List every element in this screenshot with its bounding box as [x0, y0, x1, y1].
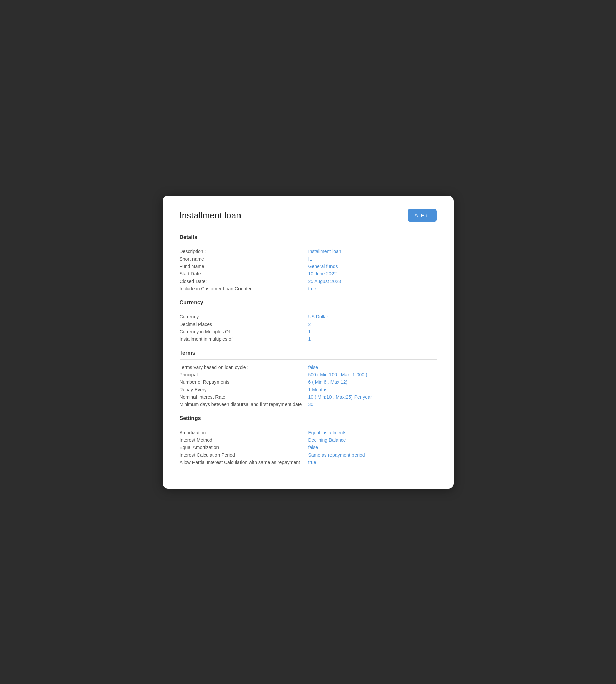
main-card: Installment loan ✎ Edit Details Descript… — [163, 196, 454, 489]
settings-divider — [180, 425, 437, 425]
detail-value: 6 ( Min:6 , Max:12) — [308, 379, 437, 385]
detail-label: Interest Calculation Period — [180, 452, 308, 457]
detail-label: Start Date: — [180, 271, 308, 277]
list-item: Minimum days between disbursal and first… — [180, 402, 437, 407]
detail-label: Amortization — [180, 430, 308, 435]
detail-label: Minimum days between disbursal and first… — [180, 402, 308, 407]
edit-button-label: Edit — [421, 213, 430, 218]
detail-value: Declining Balance — [308, 437, 437, 443]
settings-section: Settings Amortization Equal installments… — [180, 415, 437, 465]
settings-section-title: Settings — [180, 415, 437, 421]
terms-divider — [180, 359, 437, 360]
detail-value: 2 — [308, 322, 437, 327]
detail-label: Currency: — [180, 314, 308, 320]
detail-value: true — [308, 459, 437, 465]
detail-value: Equal installments — [308, 430, 437, 435]
detail-label: Equal Amortization — [180, 445, 308, 450]
detail-label: Fund Name: — [180, 264, 308, 269]
detail-label: Nominal Interest Rate: — [180, 394, 308, 400]
detail-label: Description : — [180, 249, 308, 254]
list-item: Short name : IL — [180, 256, 437, 262]
detail-value: 1 — [308, 329, 437, 335]
list-item: Number of Repayments: 6 ( Min:6 , Max:12… — [180, 379, 437, 385]
list-item: Currency in Multiples Of 1 — [180, 329, 437, 335]
detail-value: 30 — [308, 402, 437, 407]
detail-value: Installment loan — [308, 249, 437, 254]
list-item: Installment in multiples of 1 — [180, 337, 437, 342]
detail-label: Number of Repayments: — [180, 379, 308, 385]
detail-value: 1 Months — [308, 387, 437, 392]
list-item: Closed Date: 25 August 2023 — [180, 279, 437, 284]
detail-value: Same as repayment period — [308, 452, 437, 457]
detail-value: IL — [308, 256, 437, 262]
detail-label: Closed Date: — [180, 279, 308, 284]
list-item: Amortization Equal installments — [180, 430, 437, 435]
details-divider — [180, 244, 437, 244]
detail-label: Repay Every: — [180, 387, 308, 392]
page-title: Installment loan — [180, 210, 241, 221]
currency-divider — [180, 309, 437, 309]
detail-label: Interest Method — [180, 437, 308, 443]
detail-value: 10 June 2022 — [308, 271, 437, 277]
currency-section: Currency Currency: US Dollar Decimal Pla… — [180, 300, 437, 342]
detail-value: US Dollar — [308, 314, 437, 320]
list-item: Include in Customer Loan Counter : true — [180, 286, 437, 292]
list-item: Description : Installment loan — [180, 249, 437, 254]
list-item: Decimal Places : 2 — [180, 322, 437, 327]
list-item: Equal Amortization false — [180, 445, 437, 450]
list-item: Fund Name: General funds — [180, 264, 437, 269]
list-item: Currency: US Dollar — [180, 314, 437, 320]
detail-value: true — [308, 286, 437, 292]
terms-section-title: Terms — [180, 350, 437, 356]
detail-label: Decimal Places : — [180, 322, 308, 327]
detail-label: Currency in Multiples Of — [180, 329, 308, 335]
list-item: Terms vary based on loan cycle : false — [180, 364, 437, 370]
detail-value: false — [308, 445, 437, 450]
list-item: Allow Partial Interest Calculation with … — [180, 459, 437, 465]
list-item: Interest Method Declining Balance — [180, 437, 437, 443]
currency-section-title: Currency — [180, 300, 437, 306]
detail-value: 25 August 2023 — [308, 279, 437, 284]
details-section-title: Details — [180, 234, 437, 240]
card-header: Installment loan ✎ Edit — [180, 209, 437, 222]
terms-section: Terms Terms vary based on loan cycle : f… — [180, 350, 437, 407]
detail-label: Installment in multiples of — [180, 337, 308, 342]
detail-value: 10 ( Min:10 , Max:25) Per year — [308, 394, 437, 400]
list-item: Repay Every: 1 Months — [180, 387, 437, 392]
detail-label: Include in Customer Loan Counter : — [180, 286, 308, 292]
detail-label: Allow Partial Interest Calculation with … — [180, 459, 308, 465]
detail-value: 1 — [308, 337, 437, 342]
list-item: Nominal Interest Rate: 10 ( Min:10 , Max… — [180, 394, 437, 400]
detail-value: false — [308, 364, 437, 370]
detail-value: General funds — [308, 264, 437, 269]
header-divider — [180, 226, 437, 226]
list-item: Principal: 500 ( Min:100 , Max :1,000 ) — [180, 372, 437, 377]
detail-value: 500 ( Min:100 , Max :1,000 ) — [308, 372, 437, 377]
edit-icon: ✎ — [414, 213, 418, 218]
detail-label: Principal: — [180, 372, 308, 377]
details-section: Details Description : Installment loan S… — [180, 234, 437, 292]
list-item: Interest Calculation Period Same as repa… — [180, 452, 437, 457]
detail-label: Terms vary based on loan cycle : — [180, 364, 308, 370]
detail-label: Short name : — [180, 256, 308, 262]
edit-button[interactable]: ✎ Edit — [408, 209, 437, 222]
list-item: Start Date: 10 June 2022 — [180, 271, 437, 277]
